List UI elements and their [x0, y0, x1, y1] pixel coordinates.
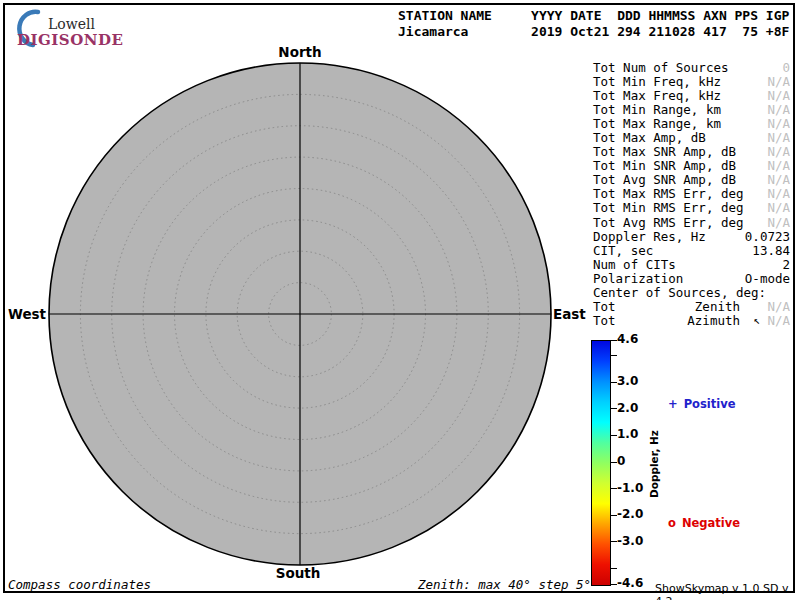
stats-value: 0.0723	[745, 230, 790, 244]
colorbar-tick-label: -2.0	[617, 507, 643, 521]
colorbar-tick-label: -3.0	[617, 534, 643, 548]
colorbar-tick-label: 0	[617, 454, 625, 468]
header-station-values: Jicamarca 2019 Oct21 294 211028 417 75 +…	[398, 24, 789, 39]
stats-row: Tot Min SNR Amp, dBN/A	[593, 159, 790, 173]
colorbar-axis-label: Doppler, Hz	[648, 430, 660, 498]
stats-label: Tot	[593, 314, 616, 328]
stats-value: N/A	[767, 75, 790, 89]
stats-value: N/A	[767, 216, 790, 230]
stats-row: Num of CITs2	[593, 258, 790, 272]
compass-label-north: North	[270, 44, 330, 60]
stats-row: TotZenithN/A	[593, 300, 790, 314]
stats-row: Tot Min Freq, kHzN/A	[593, 75, 790, 89]
colorbar-tick-label: 1.0	[617, 427, 638, 441]
stats-value: N/A	[767, 300, 790, 314]
stats-label: Tot Max SNR Amp, dB	[593, 145, 736, 159]
stats-value: N/A	[767, 201, 790, 215]
stats-value: N/A	[767, 89, 790, 103]
stats-value: N/A	[767, 145, 790, 159]
stats-value: N/A	[767, 187, 790, 201]
stats-label: Tot	[593, 300, 616, 314]
stats-row: Tot Max Range, kmN/A	[593, 117, 790, 131]
circle-icon: o	[668, 516, 676, 530]
colorbar-tick	[611, 568, 617, 569]
stats-value: 2	[782, 258, 790, 272]
stats-value: O-mode	[745, 272, 790, 286]
stats-label: CIT, sec	[593, 244, 653, 258]
stats-row: TotAzimuth↖N/A	[593, 314, 790, 328]
stats-label: Doppler Res, Hz	[593, 230, 706, 244]
stats-row: Tot Min RMS Err, degN/A	[593, 201, 790, 215]
stats-mid-label: Azimuth	[687, 314, 740, 328]
stats-value: 0	[782, 61, 790, 75]
stats-value: N/A	[767, 314, 790, 328]
stats-label: Tot Max RMS Err, deg	[593, 187, 744, 201]
stats-label: Tot Avg SNR Amp, dB	[593, 173, 736, 187]
stats-label: Center of Sources, deg:	[593, 286, 766, 300]
footer-version-info: ShowSkymap v 1.0 SD v 4.2	[655, 582, 800, 600]
stats-value: N/A	[767, 103, 790, 117]
colorbar-tick-label: -1.0	[617, 481, 643, 495]
stats-label: Tot Max Freq, kHz	[593, 89, 721, 103]
stats-value: 13.84	[752, 244, 790, 258]
stats-value: N/A	[767, 117, 790, 131]
legend-negative: oNegative	[668, 516, 740, 530]
stats-row: Tot Max Freq, kHzN/A	[593, 89, 790, 103]
mouse-cursor-icon: ↖	[753, 314, 760, 328]
stats-label: Tot Min SNR Amp, dB	[593, 159, 736, 173]
stats-label: Tot Min RMS Err, deg	[593, 201, 744, 215]
stats-label: Tot Max Amp, dB	[593, 131, 706, 145]
stats-row: Tot Min Range, kmN/A	[593, 103, 790, 117]
footer-coordinates-note: Compass coordinates	[8, 577, 151, 592]
stats-mid-label: Zenith	[695, 300, 740, 314]
colorbar-tick-label: 4.6	[617, 332, 638, 346]
compass-label-west: West	[8, 306, 45, 322]
stats-label: Num of CITs	[593, 258, 676, 272]
header-column-labels: STATION NAME YYYY DATE DDD HHMMSS AXN PP…	[398, 8, 789, 23]
stats-row: CIT, sec13.84	[593, 244, 790, 258]
stats-row: Tot Avg RMS Err, degN/A	[593, 216, 790, 230]
stats-row: Tot Max SNR Amp, dBN/A	[593, 145, 790, 159]
stats-table: Tot Num of Sources0Tot Min Freq, kHzN/AT…	[593, 61, 790, 328]
colorbar-tick-label: -4.6	[617, 576, 643, 590]
doppler-colorbar	[591, 340, 611, 586]
stats-value: N/A	[767, 131, 790, 145]
stats-row: Tot Num of Sources0	[593, 61, 790, 75]
stats-value: N/A	[767, 173, 790, 187]
legend-negative-label: Negative	[682, 516, 740, 530]
stats-label: Tot Min Freq, kHz	[593, 75, 721, 89]
showskymap-window: Lowell DIGISONDE STATION NAME YYYY DATE …	[0, 0, 800, 600]
legend-positive: +Positive	[668, 397, 736, 411]
logo-digisonde-text: DIGISONDE	[17, 31, 123, 49]
logo-lowell-text: Lowell	[48, 16, 95, 32]
colorbar-tick-label: 3.0	[617, 374, 638, 388]
stats-row: Tot Max Amp, dBN/A	[593, 131, 790, 145]
stats-row: Center of Sources, deg:	[593, 286, 790, 300]
stats-value: N/A	[767, 159, 790, 173]
colorbar-tick-label: 2.0	[617, 401, 638, 415]
stats-label: Tot Avg RMS Err, deg	[593, 216, 744, 230]
footer-zenith-note: Zenith: max 40° step 5°	[418, 577, 591, 592]
stats-row: Doppler Res, Hz0.0723	[593, 230, 790, 244]
legend-positive-label: Positive	[684, 397, 736, 411]
compass-label-south: South	[268, 565, 328, 581]
stats-row: Tot Avg SNR Amp, dBN/A	[593, 173, 790, 187]
plus-icon: +	[668, 397, 678, 411]
colorbar-tick	[611, 355, 617, 356]
digisonde-logo: Lowell DIGISONDE	[8, 8, 138, 48]
stats-label: Tot Min Range, km	[593, 103, 721, 117]
stats-row: PolarizationO-mode	[593, 272, 790, 286]
stats-label: Tot Num of Sources	[593, 61, 728, 75]
compass-label-east: East	[553, 306, 593, 322]
stats-label: Tot Max Range, km	[593, 117, 721, 131]
stats-row: Tot Max RMS Err, degN/A	[593, 187, 790, 201]
stats-label: Polarization	[593, 272, 683, 286]
